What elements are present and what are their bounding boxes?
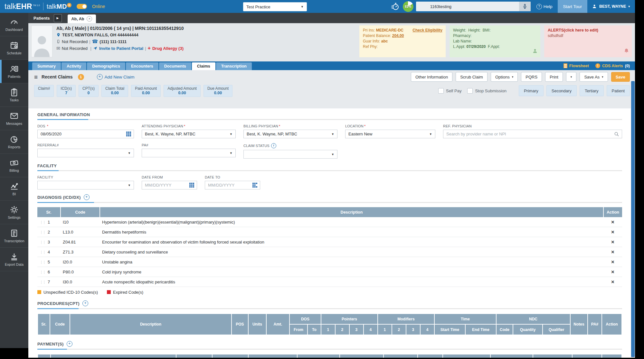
vertical-scrollbar[interactable] bbox=[631, 80, 635, 358]
tab-encounters[interactable]: Encounters bbox=[126, 62, 158, 70]
tab-claims[interactable]: Claims bbox=[192, 62, 215, 70]
add-diagnosis-icon[interactable]: + bbox=[84, 194, 90, 200]
patient-balance-value[interactable]: 204.00 bbox=[392, 33, 404, 38]
search-input[interactable] bbox=[416, 4, 519, 9]
delete-diagnosis-button[interactable]: ✕ bbox=[603, 247, 622, 257]
drag-handle-icon[interactable]: ⋮⋮ bbox=[40, 240, 45, 244]
alerts-box[interactable]: ALERTS(click here to edit) sdfsdfsdf bbox=[544, 25, 632, 57]
other-information-button[interactable]: Other Information bbox=[411, 72, 452, 82]
location-select[interactable]: Eastern New ▼ bbox=[345, 130, 435, 138]
sidebar-item-bi[interactable]: BI bbox=[0, 177, 28, 201]
cds-alerts-button[interactable]: ! CDS Alerts (0) bbox=[595, 63, 630, 68]
drag-handle-icon[interactable]: ⋮⋮ bbox=[40, 270, 45, 274]
tertiary-button[interactable]: Tertiary bbox=[580, 85, 604, 96]
sidebar-item-tasks[interactable]: Tasks bbox=[0, 83, 28, 107]
facility-select[interactable]: ▼ bbox=[37, 181, 134, 189]
payments-col-header: Approved Amount bbox=[340, 354, 384, 358]
drag-handle-icon[interactable]: ⋮⋮ bbox=[40, 260, 45, 264]
tab-transcription[interactable]: Transcription bbox=[216, 62, 252, 70]
sidebar-item-billing[interactable]: Billing bbox=[0, 154, 28, 177]
tab-demographics[interactable]: Demographics bbox=[87, 62, 125, 70]
avatar[interactable] bbox=[31, 25, 52, 57]
patient-button[interactable]: Patient bbox=[607, 85, 630, 96]
date-from-input[interactable] bbox=[142, 183, 186, 188]
checkbox-icon[interactable] bbox=[438, 88, 444, 94]
primary-button[interactable]: Primary bbox=[519, 85, 544, 96]
delete-diagnosis-button[interactable]: ✕ bbox=[603, 257, 622, 267]
delete-diagnosis-button[interactable]: ✕ bbox=[603, 227, 622, 237]
delete-diagnosis-button[interactable]: ✕ bbox=[603, 217, 622, 227]
flowsheet-button[interactable]: Flowsheet bbox=[564, 63, 589, 68]
attending-physician-select[interactable]: Best, K. Wayne, NP, MTBC ▼ bbox=[142, 130, 236, 138]
referral-select[interactable]: ▼ bbox=[37, 149, 134, 157]
delete-diagnosis-button[interactable]: ✕ bbox=[603, 237, 622, 247]
scrub-claim-button[interactable]: Scrub Claim bbox=[456, 72, 488, 82]
practice-select[interactable]: Test Practice ▼ bbox=[243, 2, 307, 11]
sidebar-item-dashboard[interactable]: Dashboard bbox=[0, 13, 28, 36]
sidebar-item-schedule[interactable]: Schedule bbox=[0, 36, 28, 60]
billing-physician-select[interactable]: Best, K. Wayne, NP, MTBC ▼ bbox=[243, 130, 337, 138]
claim-status-select[interactable]: ▼ bbox=[243, 150, 337, 159]
add-payment-icon[interactable]: + bbox=[67, 341, 72, 347]
calendar-icon[interactable] bbox=[123, 130, 134, 138]
sidebar-item-patients[interactable]: Patients bbox=[0, 60, 28, 83]
procedures-subcol-header: To bbox=[308, 324, 321, 335]
usage-percent-badge[interactable]: 81% bbox=[403, 1, 413, 12]
sidebar-item-transcription[interactable]: Transcription bbox=[0, 224, 28, 248]
close-icon[interactable]: ✕ bbox=[87, 16, 92, 22]
chevron-down-icon: ▾ bbox=[628, 5, 630, 8]
ref-physician-input[interactable] bbox=[443, 132, 611, 136]
expand-tabs-icon[interactable]: ▶ bbox=[54, 14, 62, 22]
stopwatch-icon[interactable] bbox=[391, 2, 400, 11]
add-procedure-icon[interactable]: + bbox=[82, 300, 88, 306]
add-new-claim-button[interactable]: + Add New Claim bbox=[97, 74, 135, 80]
save-as-button[interactable]: Save As▾ bbox=[580, 72, 608, 82]
calendar-icon[interactable] bbox=[250, 181, 260, 189]
sidebar-item-settings[interactable]: Settings bbox=[0, 201, 28, 224]
sidebar-item-reports[interactable]: Reports bbox=[0, 130, 28, 154]
tab-summary[interactable]: Summary bbox=[32, 62, 61, 70]
microphone-icon[interactable] bbox=[519, 2, 531, 11]
guarantor-person-icon[interactable] bbox=[532, 48, 538, 55]
online-toggle[interactable] bbox=[77, 4, 87, 9]
help-button[interactable]: ? Help bbox=[536, 4, 553, 9]
info-icon[interactable]: i bbox=[271, 143, 276, 148]
start-tour-button[interactable]: Start Tour bbox=[558, 0, 587, 13]
diagnosis-sr: 4 bbox=[48, 250, 50, 254]
save-button[interactable]: Save bbox=[611, 72, 630, 82]
stop-submission-checkbox[interactable]: Stop Submission bbox=[467, 88, 507, 94]
secondary-button[interactable]: Secondary bbox=[546, 85, 577, 96]
brand: talkEHRTM 1.0 talkMD0 Online bbox=[0, 2, 105, 11]
sidebar-item-export-data[interactable]: Export Data bbox=[0, 248, 28, 271]
recent-claims-badge[interactable]: 1 bbox=[78, 74, 84, 80]
check-eligibility-link[interactable]: Check Eligibility bbox=[412, 28, 442, 33]
patient-tab-active[interactable]: Ab, Ab ✕ bbox=[68, 14, 96, 23]
checkbox-icon[interactable] bbox=[467, 88, 473, 94]
drag-handle-icon[interactable]: ⋮⋮ bbox=[40, 250, 45, 254]
location-pin-icon bbox=[56, 32, 61, 37]
bell-icon[interactable] bbox=[624, 48, 629, 55]
print-button[interactable]: Print bbox=[545, 72, 563, 82]
drag-handle-icon[interactable]: ⋮⋮ bbox=[40, 220, 45, 225]
pqrs-button[interactable]: PQRS bbox=[521, 72, 542, 82]
pa-select[interactable]: ▼ bbox=[142, 149, 236, 157]
user-menu[interactable]: BEST, WAYNE ▾ bbox=[587, 4, 635, 9]
invite-portal-link[interactable]: Invite to Patient Portal bbox=[99, 46, 143, 51]
self-pay-checkbox[interactable]: Self Pay bbox=[438, 88, 461, 94]
tab-documents[interactable]: Documents bbox=[159, 62, 191, 70]
sidebar-item-messages[interactable]: Messages bbox=[0, 107, 28, 130]
scrollbar-thumb[interactable] bbox=[631, 81, 635, 357]
search-icon[interactable] bbox=[611, 130, 622, 138]
delete-diagnosis-button[interactable]: ✕ bbox=[603, 277, 622, 287]
options-button[interactable]: Options▾ bbox=[491, 72, 518, 82]
calendar-icon[interactable] bbox=[186, 181, 197, 189]
menu-icon[interactable]: ≡ bbox=[34, 74, 38, 80]
date-to-input[interactable] bbox=[205, 183, 250, 188]
tab-activity[interactable]: Activity bbox=[62, 62, 86, 70]
delete-diagnosis-button[interactable]: ✕ bbox=[603, 267, 622, 277]
dos-input[interactable] bbox=[38, 132, 123, 136]
print-dropdown-button[interactable]: ▾ bbox=[566, 72, 577, 82]
drag-handle-icon[interactable]: ⋮⋮ bbox=[40, 230, 45, 235]
drug-allergy-link[interactable]: Drug Allergy (3) bbox=[152, 46, 184, 51]
drag-handle-icon[interactable]: ⋮⋮ bbox=[40, 280, 45, 284]
